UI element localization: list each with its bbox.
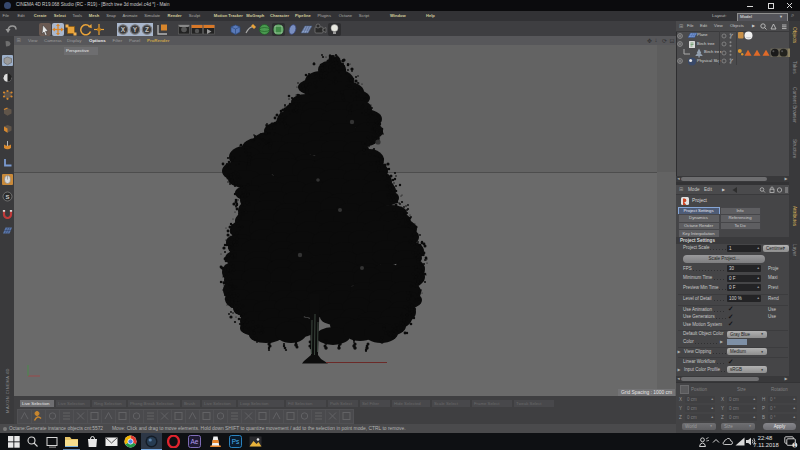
svg-text:Ps: Ps: [232, 438, 240, 445]
svg-text:Ae: Ae: [191, 438, 199, 445]
